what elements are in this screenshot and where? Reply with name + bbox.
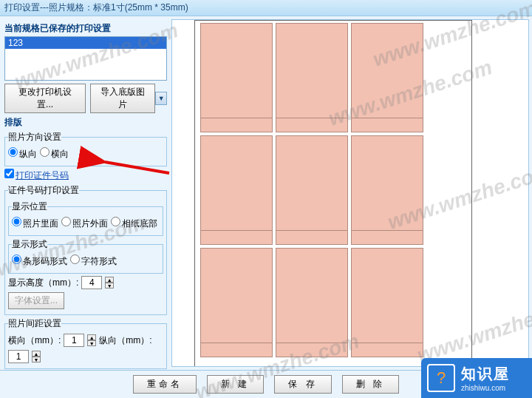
delete-button[interactable]: 删 除 — [342, 375, 399, 394]
orientation-portrait[interactable]: 纵向 — [8, 147, 37, 161]
spacing-h-spinner[interactable]: ▲▼ — [87, 334, 96, 346]
preview-grid — [200, 23, 423, 357]
pos-outside[interactable]: 照片外面 — [61, 217, 108, 230]
preview-cell — [276, 135, 348, 245]
logo-cn: 知识屋 — [461, 364, 510, 384]
left-panel: 当前规格已保存的打印设置 123 更改打印机设置... 导入底版图片 ▼ 排版 … — [0, 16, 171, 370]
form-barcode[interactable]: 条形码形式 — [12, 254, 67, 268]
preview-cell — [200, 135, 273, 245]
display-position-group: 显示位置 照片里面 照片外面 相纸底部 — [8, 200, 163, 236]
preview-pane — [171, 19, 529, 367]
pos-inside[interactable]: 照片里面 — [12, 217, 58, 230]
site-logo-badge: ? 知识屋 zhishiwu.com — [421, 358, 532, 398]
import-template-dropdown[interactable]: 导入底版图片 ▼ — [90, 84, 167, 113]
preview-cell — [351, 248, 423, 357]
spacing-v-spinner[interactable]: ▲▼ — [32, 351, 41, 362]
orientation-landscape[interactable]: 横向 — [40, 147, 69, 161]
id-settings-legend: 证件号码打印设置 — [8, 184, 79, 197]
layout-header: 排版 — [4, 116, 167, 129]
display-form-group: 显示形式 条形码形式 字符形式 — [8, 238, 163, 274]
height-spinner[interactable]: ▲▼ — [105, 277, 114, 289]
main-area: 当前规格已保存的打印设置 123 更改打印机设置... 导入底版图片 ▼ 排版 … — [0, 16, 532, 370]
change-printer-button[interactable]: 更改打印机设置... — [4, 84, 86, 113]
orientation-legend: 照片方向设置 — [8, 131, 61, 144]
preview-cell — [276, 23, 348, 132]
preview-cell — [351, 135, 423, 245]
save-button[interactable]: 保 存 — [274, 375, 331, 394]
form-text[interactable]: 字符形式 — [70, 254, 117, 268]
pos-paper-bottom[interactable]: 相纸底部 — [111, 217, 157, 230]
preview-cell — [200, 248, 273, 357]
rename-button[interactable]: 重命名 — [133, 375, 197, 394]
orientation-group: 照片方向设置 纵向 横向 — [4, 131, 167, 166]
saved-settings-list[interactable]: 123 — [4, 36, 167, 81]
id-settings-group: 证件号码打印设置 显示位置 照片里面 照片外面 相纸底部 显示形式 条形码形式 … — [4, 184, 167, 315]
saved-settings-title: 当前规格已保存的打印设置 — [4, 22, 167, 35]
new-button[interactable]: 新 建 — [207, 375, 264, 394]
spacing-h-input[interactable] — [64, 334, 84, 347]
window-titlebar: 打印设置---照片规格：标准1寸(25mm * 35mm) — [0, 0, 532, 16]
preview-cell — [276, 248, 348, 357]
height-input[interactable] — [81, 276, 102, 289]
height-label: 显示高度（mm）: — [8, 277, 78, 289]
logo-icon: ? — [427, 364, 455, 392]
spacing-group: 照片间距设置 横向（mm）: ▲▼ 纵向（mm）: ▲▼ — [4, 317, 167, 369]
preview-cell — [351, 23, 423, 132]
print-id-checkbox[interactable]: 打印证件号码 — [4, 169, 69, 182]
chevron-down-icon[interactable]: ▼ — [155, 92, 167, 105]
logo-en: zhishiwu.com — [461, 384, 510, 392]
saved-item[interactable]: 123 — [5, 37, 166, 49]
spacing-v-input[interactable] — [8, 350, 29, 363]
font-settings-button: 字体设置... — [8, 292, 64, 309]
import-template-button[interactable]: 导入底版图片 — [90, 84, 155, 113]
preview-cell — [200, 23, 273, 132]
